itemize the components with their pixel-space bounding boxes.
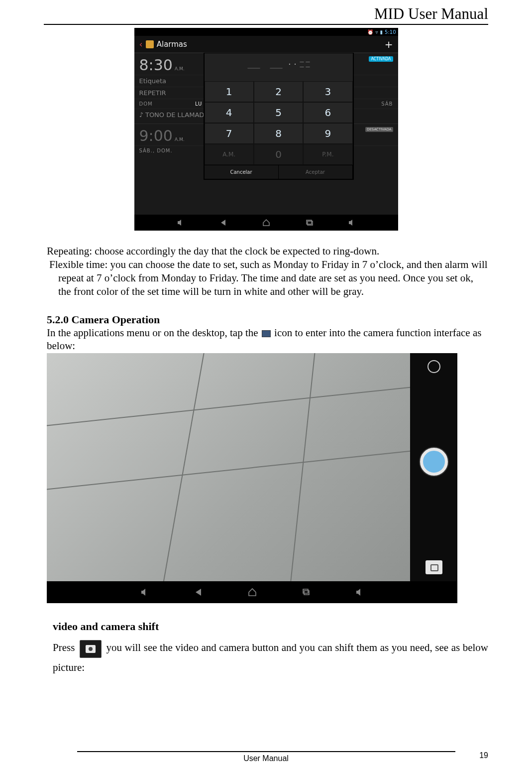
footer-title: User Manual bbox=[44, 754, 488, 763]
volume-icon[interactable] bbox=[177, 219, 185, 227]
cancel-button[interactable]: Cancelar bbox=[205, 165, 279, 179]
recent-nav-icon[interactable] bbox=[302, 588, 311, 597]
min-upper: — — bbox=[300, 59, 310, 64]
alarm-status-icon: ⏰ bbox=[367, 29, 373, 35]
tono-label: TONO DE LLAMADA bbox=[145, 111, 209, 119]
alarm1-badge[interactable]: ACTIVADA bbox=[369, 56, 393, 62]
key-1[interactable]: 1 bbox=[205, 81, 254, 102]
status-bar: ⏰ ▿ ▮ 5:10 bbox=[134, 28, 398, 36]
shutter-button[interactable] bbox=[420, 448, 448, 476]
camera-heading: 5.2.0 Camera Operation bbox=[47, 313, 488, 326]
time-keypad: — — · · — — — — 1 2 3 4 5 6 7 bbox=[204, 53, 353, 179]
camera-intro-before: In the applications menu or on the deskt… bbox=[47, 327, 261, 339]
back-nav-icon[interactable] bbox=[194, 588, 203, 597]
alarm-body: 8:30 A.M. ACTIVADA Etiqueta REPETIR DOM … bbox=[134, 53, 398, 215]
key-7[interactable]: 7 bbox=[205, 123, 254, 144]
key-8[interactable]: 8 bbox=[254, 123, 303, 144]
ceiling-line bbox=[47, 380, 457, 428]
day-lu[interactable]: LU bbox=[195, 101, 202, 107]
day-dom[interactable]: DOM bbox=[139, 101, 153, 107]
alarm2-time: 9:00 bbox=[139, 127, 173, 144]
repeating-paragraph: Repeating: choose accordingly the day th… bbox=[47, 245, 488, 258]
battery-status-icon: ▮ bbox=[380, 29, 383, 35]
key-0[interactable]: 0 bbox=[254, 144, 303, 165]
header-rule bbox=[44, 24, 488, 25]
page-number: 19 bbox=[479, 751, 488, 760]
min-lower: — — bbox=[300, 64, 310, 69]
wifi-status-icon: ▿ bbox=[375, 29, 378, 35]
page-footer: User Manual 19 bbox=[44, 737, 488, 764]
back-icon[interactable]: ‹ bbox=[139, 39, 143, 49]
back-nav-icon[interactable] bbox=[219, 219, 227, 227]
key-9[interactable]: 9 bbox=[303, 123, 352, 144]
alarm-nav-title: Alarmas bbox=[157, 40, 187, 49]
day-sab[interactable]: SÁB bbox=[381, 101, 393, 107]
key-am[interactable]: A.M. bbox=[205, 144, 254, 165]
shift-rest: you will see the video and camera button… bbox=[53, 642, 488, 673]
volume-icon[interactable] bbox=[140, 588, 149, 597]
footer-rule bbox=[77, 751, 455, 752]
alarm2-badge[interactable]: DESACTIVADA bbox=[365, 127, 393, 132]
camera-app-icon bbox=[262, 330, 271, 337]
camera-screenshot bbox=[47, 353, 457, 603]
flexible-paragraph: Flexible time: you can choose the date t… bbox=[47, 258, 488, 298]
camera-mode-icon bbox=[80, 640, 102, 658]
alarm-screenshot: ⏰ ▿ ▮ 5:10 ‹ Alarmas + 8:30 A.M. ACTIVAD… bbox=[134, 28, 398, 231]
key-4[interactable]: 4 bbox=[205, 102, 254, 123]
time-display: — — · · — — — — bbox=[205, 53, 353, 81]
alarm1-time: 8:30 bbox=[139, 56, 173, 74]
android-nav-bar bbox=[134, 215, 398, 231]
running-header: MID User Manual bbox=[44, 5, 488, 24]
volume-icon-2[interactable] bbox=[355, 588, 364, 597]
camera-settings-icon[interactable] bbox=[427, 360, 440, 373]
status-time: 5:10 bbox=[385, 29, 396, 35]
shift-heading: video and camera shift bbox=[53, 620, 488, 633]
camera-controls bbox=[410, 353, 457, 581]
home-nav-icon[interactable] bbox=[262, 219, 270, 227]
camera-viewfinder bbox=[47, 353, 457, 581]
ceiling-line bbox=[161, 353, 205, 581]
home-nav-icon[interactable] bbox=[248, 588, 257, 597]
key-pm[interactable]: P.M. bbox=[303, 144, 352, 165]
camera-intro: In the applications menu or on the deskt… bbox=[47, 326, 488, 353]
ceiling-line bbox=[288, 353, 316, 581]
accept-button[interactable]: Aceptar bbox=[279, 165, 353, 179]
etiqueta-label: Etiqueta bbox=[139, 77, 166, 85]
alarm2-ampm: A.M. bbox=[175, 137, 185, 142]
key-3[interactable]: 3 bbox=[303, 81, 352, 102]
alarm-app-icon bbox=[146, 40, 154, 48]
key-6[interactable]: 6 bbox=[303, 102, 352, 123]
add-alarm-button[interactable]: + bbox=[385, 38, 393, 50]
key-2[interactable]: 2 bbox=[254, 81, 303, 102]
alarm-nav-row: ‹ Alarmas + bbox=[134, 36, 398, 53]
hours-placeholder: — — bbox=[247, 59, 285, 76]
shift-paragraph: Press you will see the video and camera … bbox=[53, 638, 488, 678]
key-5[interactable]: 5 bbox=[254, 102, 303, 123]
alarm2-days: SÁB., DOM. bbox=[139, 148, 173, 153]
volume-icon-2[interactable] bbox=[348, 219, 356, 227]
recent-nav-icon[interactable] bbox=[305, 219, 313, 227]
time-dots: · · bbox=[285, 60, 300, 69]
repetir-label: REPETIR bbox=[139, 89, 166, 97]
mode-switch-button[interactable] bbox=[426, 560, 442, 574]
alarm1-ampm: A.M. bbox=[175, 66, 185, 71]
android-nav-bar bbox=[47, 581, 457, 603]
ceiling-line bbox=[47, 444, 457, 492]
shift-press: Press bbox=[53, 642, 78, 653]
